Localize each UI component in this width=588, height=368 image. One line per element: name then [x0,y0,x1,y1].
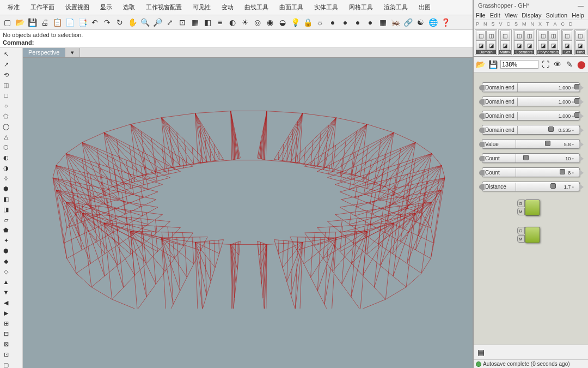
side-tool-10[interactable]: ◐ [1,153,11,162]
lock-icon[interactable]: 🔒 [302,16,314,28]
gh-tab-1[interactable]: N [483,21,487,27]
side-tool-2[interactable]: ⟲ [1,70,11,80]
menu-出图[interactable]: 出图 [413,1,436,14]
gh-component-body[interactable] [525,227,540,243]
gh-rib-btn[interactable]: ◪ [538,40,548,50]
zoom-selected-icon[interactable]: ⊡ [176,16,188,28]
side-tool-24[interactable]: ◀ [1,298,11,307]
side-tool-29[interactable]: ⊡ [1,349,11,359]
gh-input-M[interactable]: M [517,235,525,243]
new-file-icon[interactable]: ▢ [1,16,13,28]
globe-icon[interactable]: 🌐 [427,16,439,28]
side-tool-21[interactable]: ◇ [1,267,11,276]
minimize-icon[interactable]: — [578,2,584,9]
side-tool-15[interactable]: ◨ [1,204,11,214]
sphere-blue-icon[interactable]: ● [364,16,376,28]
gh-rib-btn[interactable]: ◫ [575,31,585,40]
grasshopper-canvas[interactable]: Domain end1.000 ◦Domain end1.000 ◦Domain… [474,73,588,345]
gh-rib-btn[interactable]: ◪ [500,40,510,50]
side-tool-20[interactable]: ◆ [1,256,11,266]
undo-icon[interactable]: ↶ [89,16,101,28]
gh-rib-btn[interactable]: ◪ [476,40,486,50]
side-tool-26[interactable]: ⊞ [1,318,11,328]
gh-input-M[interactable]: M [517,208,525,215]
gh-rib-btn[interactable]: ◫ [562,31,572,40]
gh-tab-2[interactable]: S [492,21,495,27]
gh-menu-file[interactable]: File [476,12,486,19]
gh-rib-btn[interactable]: ◪ [575,40,585,50]
gh-rib-btn[interactable]: ◫ [486,31,496,40]
gh-slider-domain-end-1[interactable]: Domain end1.000 ◦ [482,96,580,106]
side-tool-27[interactable]: ⊟ [1,329,11,339]
zoom-input[interactable] [500,60,538,69]
named-view-icon[interactable]: ▦ [189,16,201,28]
gh-slider-value-4[interactable]: Value5.8 ◦ [482,139,580,149]
sun-icon[interactable]: ☼ [314,16,326,28]
gh-rib-btn[interactable]: ◫ [500,31,510,40]
gh-slider-track[interactable]: 1.000 ◦ [520,98,577,105]
gh-rib-btn[interactable]: ◫ [538,31,548,40]
sketch-icon[interactable]: ✎ [565,58,574,70]
grasshopper-icon[interactable]: 🦗 [389,16,401,28]
gh-tab-5[interactable]: S [514,21,518,27]
side-tool-0[interactable]: ↖ [1,49,11,59]
print-icon[interactable]: 🖨 [39,16,51,28]
zoom-window-icon[interactable]: 🔎 [151,16,163,28]
gh-menu-display[interactable]: Display [522,12,541,19]
side-tool-9[interactable]: ⬡ [1,142,11,152]
side-tool-19[interactable]: ⬢ [1,246,11,256]
side-tool-17[interactable]: ⬟ [1,225,11,235]
circle-icon[interactable]: ● [327,16,339,28]
side-tool-16[interactable]: ▱ [1,215,11,225]
side-tool-25[interactable]: ▶ [1,308,11,318]
copy-icon[interactable]: 📄 [64,16,76,28]
viewport-tab-perspective[interactable]: Perspective [23,48,65,57]
dark-circle-icon[interactable]: ● [339,16,351,28]
gh-slider-grip[interactable] [545,141,550,146]
gh-slider-domain-end-3[interactable]: Domain end0.535 ◦ [482,125,580,135]
side-tool-1[interactable]: ↗ [1,59,11,69]
side-tool-11[interactable]: ◑ [1,163,11,173]
gh-slider-grip[interactable] [560,169,565,174]
zoom-field[interactable] [500,60,538,69]
render-icon[interactable]: ☀ [239,16,251,28]
gh-rib-btn[interactable]: ◪ [524,40,534,50]
menu-变动[interactable]: 变动 [216,1,239,14]
side-tool-4[interactable]: □ [1,91,11,100]
grid-icon[interactable]: ▦ [377,16,389,28]
gh-tab-10[interactable]: A [554,21,557,27]
gh-tab-3[interactable]: V [499,21,503,27]
gh-menu-edit[interactable]: Edit [490,12,500,19]
gh-slider-track[interactable]: 1.7 ◦ [518,183,577,190]
gh-rib-btn[interactable]: ◪ [514,40,524,50]
help-icon[interactable]: ❓ [439,16,451,28]
menu-曲面工具[interactable]: 曲面工具 [274,1,309,14]
gh-slider-grip[interactable] [574,84,580,89]
menu-显示[interactable]: 显示 [95,1,118,14]
side-tool-28[interactable]: ⊠ [1,339,11,349]
gh-input-G[interactable]: G [517,227,525,234]
zoom-icon[interactable]: ⤢ [164,16,176,28]
gh-rib-btn[interactable]: ◪ [548,40,558,50]
side-tool-30[interactable]: ▢ [1,360,11,368]
gh-slider-track[interactable]: 10 ◦ [518,154,577,162]
side-tool-5[interactable]: ○ [1,101,11,111]
layers-icon[interactable]: ≡ [214,16,226,28]
gh-slider-track[interactable]: 8 ◦ [518,168,577,176]
sphere-purple-icon[interactable]: ● [352,16,364,28]
gh-tab-8[interactable]: X [538,21,542,27]
settings-icon[interactable]: ☯ [414,16,426,28]
side-tool-18[interactable]: ✦ [1,236,11,245]
gh-menu-help[interactable]: Help [572,12,584,19]
preview-icon[interactable]: 👁 [553,58,562,70]
gh-tab-12[interactable]: D [569,21,573,27]
menu-选取[interactable]: 选取 [118,1,140,14]
viewport-3d[interactable] [23,58,473,368]
gh-slider-distance-7[interactable]: Distance1.7 ◦ [482,182,580,191]
gh-slider-track[interactable]: 1.000 ◦ [520,112,577,119]
gh-slider-grip[interactable] [574,112,580,118]
menu-渲染工具[interactable]: 渲染工具 [378,1,413,14]
gh-slider-domain-end-0[interactable]: Domain end1.000 ◦ [482,82,580,92]
viewport-tab-dropdown-icon[interactable]: ▾ [65,48,80,57]
side-tool-12[interactable]: ◊ [1,173,11,183]
